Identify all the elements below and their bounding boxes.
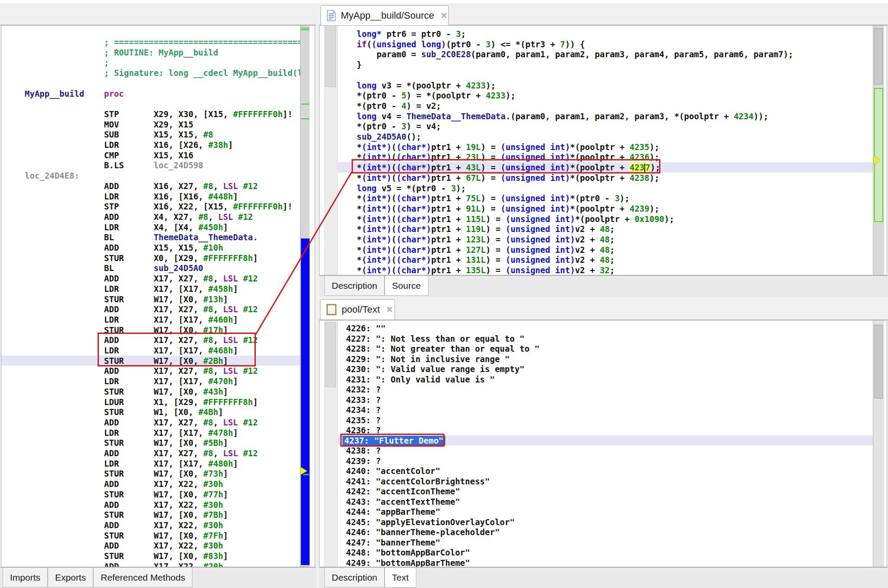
tab-text[interactable]: Text	[385, 568, 416, 588]
ruler-tick	[301, 29, 309, 30]
document-icon	[327, 10, 336, 21]
close-icon[interactable]: ✕	[386, 304, 393, 315]
source-view-tabbar: DescriptionSource	[319, 275, 888, 297]
source-editor-tabbar: MyApp__build/Source ✕	[319, 3, 888, 25]
ruler-tick	[301, 28, 309, 29]
scrollbar-thumb[interactable]	[874, 28, 883, 85]
source-editor[interactable]: long* ptr6 = ptr0 - 3; if((unsigned long…	[319, 25, 887, 275]
pool-editor-tabbar: pool/Text ✕	[319, 298, 888, 320]
pool-view-tabbar: DescriptionText	[319, 567, 888, 588]
close-icon[interactable]: ✕	[440, 10, 447, 21]
tab-imports[interactable]: Imports	[3, 568, 48, 588]
source-tab-title: MyApp__build/Source	[341, 10, 434, 21]
scrollbar-thumb[interactable]	[325, 26, 336, 87]
left-view-tabbar: ImportsExportsReferenced Methods	[0, 567, 317, 588]
disassembly-editor[interactable]: ; ======================================…	[1, 25, 315, 567]
ruler-range-marker-blue	[301, 238, 310, 565]
annotation-box-pool-entry	[340, 434, 444, 447]
tab-exports[interactable]: Exports	[48, 568, 93, 588]
pool-tab-title: pool/Text	[342, 304, 380, 315]
disassembly-overview-ruler[interactable]	[300, 26, 310, 567]
ruler-range-marker-green	[874, 88, 883, 222]
scrollbar-thumb[interactable]	[874, 325, 883, 399]
tab-source[interactable]: Source	[385, 276, 428, 296]
tab-myapp-build-source[interactable]: MyApp__build/Source ✕	[320, 5, 449, 26]
tab-referenced-methods[interactable]: Referenced Methods	[93, 568, 193, 588]
annotation-box-assembly	[98, 333, 256, 366]
annotation-box-source-line	[352, 159, 660, 173]
pool-left-scrollbar[interactable]	[324, 320, 338, 567]
source-overview-ruler[interactable]	[873, 26, 884, 275]
current-position-arrow-icon	[300, 467, 307, 475]
ruler-tick	[301, 104, 309, 105]
tab-description[interactable]: Description	[324, 276, 385, 296]
tab-description[interactable]: Description	[324, 568, 385, 588]
source-left-scrollbar[interactable]	[324, 26, 338, 275]
window-top-strip	[0, 0, 888, 3]
tab-pool-text[interactable]: pool/Text ✕	[320, 299, 395, 320]
left-empty-tabbar	[0, 3, 317, 25]
pool-overview-ruler[interactable]	[873, 320, 884, 567]
ruler-tick	[301, 118, 309, 119]
scrollbar-thumb[interactable]	[325, 322, 336, 387]
pool-item-icon	[326, 304, 336, 315]
current-position-arrow-icon	[874, 156, 880, 164]
